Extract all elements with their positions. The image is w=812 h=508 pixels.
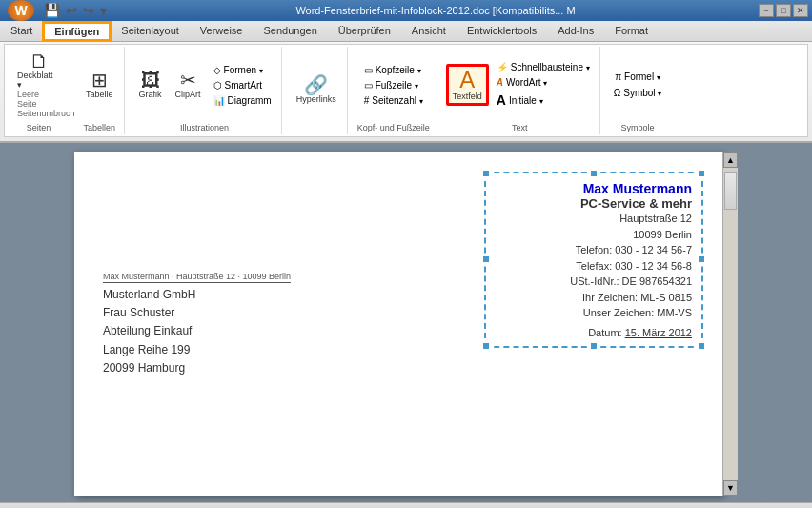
handle-tm[interactable]	[590, 170, 598, 177]
handle-tl[interactable]	[482, 170, 490, 177]
schnellbausteine-icon: ⚡	[497, 62, 508, 72]
group-seiten: 🗋 Deckblatt ▾ Leere Seite Seitenumbruch …	[7, 47, 71, 134]
maximize-button[interactable]: □	[776, 4, 791, 17]
status-bar: Seite: 1 von 1 Wörter: 56 Deutsch (Deuts…	[0, 502, 812, 508]
handle-ml[interactable]	[482, 255, 490, 263]
seiten-buttons: 🗋 Deckblatt ▾ Leere Seite Seitenumbruch	[12, 49, 65, 121]
info-city: 10099 Berlin	[496, 227, 692, 243]
diagramm-icon: 📊	[213, 95, 225, 106]
tab-ueberpruefen[interactable]: Überprüfen	[328, 22, 401, 40]
tabellen-buttons: ⊞ Tabelle	[81, 49, 118, 121]
info-datum: Datum: 15. März 2012	[496, 327, 692, 338]
fusszeile-icon: ▭	[364, 80, 373, 91]
handle-bm[interactable]	[590, 342, 598, 350]
group-symbole: π Formel ▾ Ω Symbol ▾ Symbole	[604, 47, 672, 134]
save-button[interactable]: 💾	[42, 3, 62, 18]
handle-br[interactable]	[698, 342, 705, 350]
diagramm-button[interactable]: 📊 Diagramm	[210, 93, 275, 108]
address-block: Musterland GmbH Frau Schuster Abteilung …	[103, 286, 195, 377]
info-zeichen1: Ihr Zeichen: ML-S 0815	[496, 290, 692, 306]
initiale-icon: A	[497, 92, 506, 108]
grafik-icon: 🖼	[141, 71, 160, 90]
kopffusszeile-label: Kopf- und Fußzeile	[357, 121, 430, 132]
ribbon-tabs: Start Einfügen Seitenlayout Verweise Sen…	[0, 22, 659, 40]
ribbon-content: 🗋 Deckblatt ▾ Leere Seite Seitenumbruch …	[4, 44, 808, 137]
kopfzeile-button[interactable]: ▭ Kopfzeile ▾	[360, 63, 425, 77]
grafik-button[interactable]: 🖼 Grafik	[134, 68, 167, 102]
schnellbausteine-button[interactable]: ⚡ Schnellbausteine ▾	[493, 60, 594, 74]
tab-add-ins[interactable]: Add-Ins	[547, 22, 604, 40]
minimize-button[interactable]: −	[759, 4, 774, 17]
window-title: Word-Fensterbrief-mit-Infoblock-2012.doc…	[112, 5, 759, 16]
office-button[interactable]: W	[8, 0, 34, 21]
address-contact: Frau Schuster	[103, 304, 195, 322]
formel-icon: π	[615, 71, 621, 82]
ribbon: 🗋 Deckblatt ▾ Leere Seite Seitenumbruch …	[0, 42, 812, 143]
redo-button[interactable]: ↪	[81, 3, 96, 18]
textfeld-button[interactable]: A Textfeld	[446, 64, 489, 106]
info-company: PC-Service & mehr	[496, 196, 692, 211]
seiten-label: Seiten	[27, 121, 51, 132]
handle-tr[interactable]	[698, 170, 705, 177]
tab-start[interactable]: Start	[0, 22, 43, 40]
smartart-button[interactable]: ⬡ SmartArt	[210, 78, 275, 92]
sender-line: Max Mustermann · Hauptstraße 12 · 10099 …	[103, 272, 291, 283]
kopfzeile-icon: ▭	[364, 65, 373, 75]
scroll-down-button[interactable]: ▼	[723, 480, 738, 496]
deckblatt-button[interactable]: 🗋 Deckblatt ▾ Leere Seite Seitenumbruch	[12, 49, 65, 121]
wordart-button[interactable]: A WordArt ▾	[493, 75, 594, 90]
tab-ansicht[interactable]: Ansicht	[401, 22, 457, 40]
scroll-thumb[interactable]	[724, 172, 737, 210]
handle-mr[interactable]	[698, 255, 705, 263]
seitenzahl-icon: #	[364, 95, 370, 106]
illustrationen-label: Illustrationen	[180, 121, 229, 132]
address-city: 20099 Hamburg	[103, 359, 195, 377]
illustrationen-buttons: 🖼 Grafik ✂ ClipArt ◇ Formen ▾	[134, 49, 275, 121]
seitenzahl-button[interactable]: # Seitenzahl ▾	[360, 93, 427, 108]
group-hyperlinks: 🔗 Hyperlinks	[286, 47, 348, 134]
scroll-up-button[interactable]: ▲	[723, 152, 738, 168]
group-kopffusszeile: ▭ Kopfzeile ▾ ▭ Fußzeile ▾ # Seitenzahl …	[352, 47, 436, 134]
close-button[interactable]: ✕	[793, 4, 808, 17]
vertical-scrollbar[interactable]: ▲ ▼	[722, 152, 738, 496]
tabelle-icon: ⊞	[91, 71, 108, 90]
document-page[interactable]: Max Mustermann PC-Service & mehr Hauptst…	[74, 152, 722, 496]
text-label: Text	[512, 121, 528, 132]
info-textbox[interactable]: Max Mustermann PC-Service & mehr Hauptst…	[484, 172, 703, 348]
group-illustrationen: 🖼 Grafik ✂ ClipArt ◇ Formen ▾	[129, 47, 282, 134]
tabelle-button[interactable]: ⊞ Tabelle	[81, 68, 118, 102]
hyperlinks-buttons: 🔗 Hyperlinks	[292, 49, 341, 131]
info-telefax: Telefax: 030 - 12 34 56-8	[496, 258, 692, 274]
window-controls: − □ ✕	[759, 4, 808, 17]
hyperlinks-button[interactable]: 🔗 Hyperlinks	[292, 72, 341, 107]
info-telefon: Telefon: 030 - 12 34 56-7	[496, 242, 692, 258]
group-tabellen: ⊞ Tabelle Tabellen	[75, 47, 125, 134]
info-street: Hauptstraße 12	[496, 211, 692, 227]
formen-button[interactable]: ◇ Formen ▾	[210, 63, 275, 77]
undo-button[interactable]: ↩	[64, 3, 79, 18]
tab-einfuegen[interactable]: Einfügen	[43, 22, 111, 40]
info-name: Max Mustermann	[496, 181, 692, 196]
document-area: Max Mustermann PC-Service & mehr Hauptst…	[0, 143, 812, 502]
address-department: Abteilung Einkauf	[103, 322, 195, 340]
tab-format[interactable]: Format	[604, 22, 659, 40]
tab-seitenlayout[interactable]: Seitenlayout	[111, 22, 190, 40]
tab-sendungen[interactable]: Sendungen	[253, 22, 327, 40]
initiale-button[interactable]: A Initiale ▾	[493, 91, 594, 110]
address-street: Lange Reihe 199	[103, 341, 195, 359]
smartart-icon: ⬡	[213, 80, 222, 91]
formel-button[interactable]: π Formel ▾	[611, 70, 664, 84]
more-button[interactable]: ▾	[98, 3, 109, 18]
tab-entwicklertools[interactable]: Entwicklertools	[457, 22, 547, 40]
title-bar: W 💾 ↩ ↪ ▾ Word-Fensterbrief-mit-Infobloc…	[0, 0, 812, 21]
symbol-button[interactable]: Ω Symbol ▾	[610, 86, 666, 100]
deckblatt-icon: 🗋	[30, 51, 49, 71]
info-ustid: USt.-IdNr.: DE 987654321	[496, 274, 692, 290]
clipart-button[interactable]: ✂ ClipArt	[171, 68, 206, 102]
symbole-buttons: π Formel ▾ Ω Symbol ▾	[610, 49, 666, 121]
handle-bl[interactable]	[482, 342, 490, 350]
hyperlinks-icon: 🔗	[304, 75, 328, 94]
tab-verweise[interactable]: Verweise	[190, 22, 254, 40]
fusszeile-button[interactable]: ▭ Fußzeile ▾	[360, 78, 422, 92]
group-text: A Textfeld ⚡ Schnellbausteine ▾ A WordAr…	[440, 47, 600, 134]
